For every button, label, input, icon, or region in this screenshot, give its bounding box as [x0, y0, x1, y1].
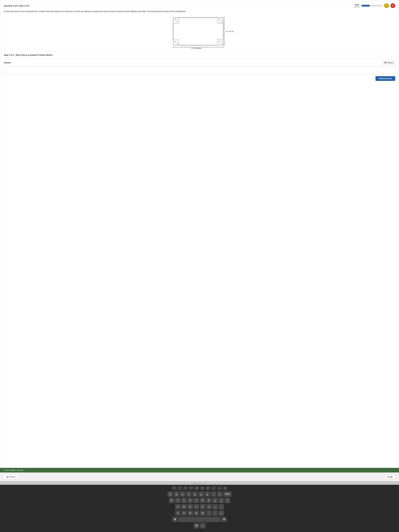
- svg-text:x: x: [219, 18, 220, 20]
- key-l[interactable]: L: [206, 504, 212, 510]
- keyboard-area: 80 F3 ⠿⠿ F4 ✦✦ F5 ✦✦✦ F6 ◀◀ F7 ▶‖ F8 ▶▶ …: [0, 485, 399, 532]
- hawkes-footer: © 2021 Hawkes Learning: [0, 468, 399, 473]
- key-r[interactable]: R: [169, 498, 174, 503]
- fn-key-row: 80 F3 ⠿⠿ F4 ✦✦ F5 ✦✦✦ F6 ◀◀ F7 ▶‖ F8 ▶▶ …: [1, 486, 398, 491]
- content-card: Question 4 of 9, Step 1 of 2 6/15 Correc…: [0, 0, 399, 468]
- nav-row: ◀ Previous Next ▶: [0, 473, 399, 481]
- key-k[interactable]: K: [200, 504, 205, 510]
- key-y[interactable]: Y: [181, 498, 187, 503]
- key-semicolon[interactable]: : ;: [212, 504, 218, 510]
- svg-text:l: l: [191, 47, 191, 49]
- key-f8[interactable]: ▶‖ F8: [200, 486, 205, 491]
- key-p[interactable]: P: [206, 498, 212, 503]
- key-h[interactable]: H: [188, 504, 193, 510]
- svg-text:x: x: [177, 43, 178, 45]
- key-f10[interactable]: ◁ F10: [211, 486, 216, 491]
- key-i[interactable]: I: [194, 498, 199, 503]
- svg-text:= 24 inches: = 24 inches: [192, 47, 201, 49]
- svg-text:x: x: [219, 40, 220, 43]
- answer-label: Answer: [4, 62, 11, 64]
- submit-row: Submit Answer: [4, 76, 395, 81]
- key-j[interactable]: J: [194, 504, 199, 510]
- score-block: 6/15 Correct: [354, 4, 360, 8]
- key-g[interactable]: G: [181, 504, 187, 510]
- key-o[interactable]: O: [200, 498, 205, 503]
- svg-text:x: x: [175, 18, 176, 20]
- svg-text:w: w: [226, 30, 227, 32]
- key-bracket-close[interactable]: } ]: [219, 498, 224, 503]
- svg-text:x: x: [222, 20, 223, 23]
- key-n[interactable]: N: [194, 510, 199, 516]
- key-f[interactable]: F: [175, 504, 181, 510]
- svg-text:x: x: [175, 40, 176, 43]
- key-f11[interactable]: 🔈 F11: [217, 486, 222, 491]
- key-f6[interactable]: ✦✦✦ F6: [189, 486, 194, 491]
- middle-letter-row: F G H J K L : ; " ': [1, 504, 398, 510]
- key-equals[interactable]: + =: [217, 491, 223, 497]
- top-letter-row: R T Y U I O P { [ } ] | \: [1, 498, 398, 503]
- next-button[interactable]: Next ▶: [385, 475, 395, 479]
- number-row: $ 4 % 5 ^ 6 & 7 * 8 ( 9 ) 0 — -: [1, 491, 398, 497]
- key-7[interactable]: & 7: [186, 491, 192, 497]
- score-text: 6/15: [354, 4, 360, 6]
- key-f5[interactable]: ✦✦ F5: [183, 486, 188, 491]
- key-spacebar[interactable]: [178, 517, 221, 522]
- key-cmd[interactable]: ⌘: [172, 517, 178, 522]
- key-f9[interactable]: ▶▶ F9: [206, 486, 211, 491]
- previous-button[interactable]: ◀ Previous: [4, 475, 18, 479]
- key-quote[interactable]: " ': [219, 504, 224, 510]
- key-f12[interactable]: 🔊 F12: [223, 486, 228, 491]
- key-cmd-right[interactable]: ⌘: [221, 517, 227, 522]
- modifier-row: ⌘ ⌘: [1, 517, 398, 522]
- key-comma[interactable]: < ,: [206, 510, 212, 516]
- key-m[interactable]: M: [200, 510, 205, 516]
- arrow-area: ⌘ ⌅: [1, 523, 398, 529]
- diagram-area: x x x x x x x x w = 14 inches: [4, 15, 395, 49]
- key-f3[interactable]: 80 F3: [171, 486, 177, 491]
- key-minus[interactable]: — -: [211, 491, 216, 497]
- key-5[interactable]: % 5: [174, 491, 179, 497]
- key-t[interactable]: T: [175, 498, 181, 503]
- key-8[interactable]: * 8: [192, 491, 198, 497]
- lives-badge: 3: [390, 3, 395, 8]
- problem-text: An open-top box is to be constructed fro…: [4, 10, 395, 13]
- diagram-svg: x x x x x x x x w = 14 inches: [165, 15, 234, 49]
- key-backslash[interactable]: | \: [225, 498, 230, 503]
- key-delete[interactable]: delete: [223, 491, 232, 497]
- key-slash[interactable]: ? /: [219, 510, 224, 516]
- key-6[interactable]: ^ 6: [180, 491, 185, 497]
- answer-header: Answer ⌨ Keypad: [4, 61, 395, 64]
- copyright-text: © 2021 Hawkes Learning: [4, 469, 23, 471]
- key-cmd-symbol[interactable]: ⌘: [194, 523, 199, 529]
- key-bracket-open[interactable]: { [: [212, 498, 218, 503]
- key-v[interactable]: V: [181, 510, 187, 516]
- svg-rect-1: [173, 18, 179, 24]
- svg-text:x: x: [177, 20, 178, 23]
- answer-input-area[interactable]: [4, 66, 395, 74]
- key-c[interactable]: C: [175, 510, 181, 516]
- key-4[interactable]: $ 4: [167, 491, 173, 497]
- key-0[interactable]: ) 0: [205, 491, 210, 497]
- key-shift-right-icon[interactable]: ⌅: [200, 523, 205, 529]
- key-u[interactable]: U: [188, 498, 193, 503]
- progress-bar-fill: [361, 5, 370, 6]
- key-f7[interactable]: ◀◀ F7: [194, 486, 199, 491]
- keypad-button[interactable]: ⌨ Keypad: [382, 61, 395, 64]
- key-period[interactable]: > .: [212, 510, 218, 516]
- keypad-label: Keypad: [387, 62, 393, 63]
- score-correct: Correct: [354, 6, 360, 8]
- key-b[interactable]: B: [188, 510, 193, 516]
- header-bar: Question 4 of 9, Step 1 of 2 6/15 Correc…: [4, 3, 395, 8]
- score-area: 6/15 Correct ⚡ 3: [354, 3, 395, 8]
- key-9[interactable]: ( 9: [198, 491, 204, 497]
- answer-section: Answer ⌨ Keypad Submit Answer: [4, 59, 395, 81]
- streak-icon: ⚡: [384, 3, 389, 8]
- submit-button[interactable]: Submit Answer: [375, 76, 395, 81]
- progress-bar-wrap: [361, 5, 382, 6]
- svg-rect-3: [173, 39, 179, 45]
- svg-text:= 14 inches: = 14 inches: [228, 30, 234, 32]
- bottom-letter-row: C V B N M < , > . ? /: [1, 510, 398, 516]
- keypad-icon: ⌨: [384, 62, 386, 63]
- macbook-label: MacBook Air: [0, 481, 399, 485]
- key-f4[interactable]: ⠿⠿ F4: [177, 486, 182, 491]
